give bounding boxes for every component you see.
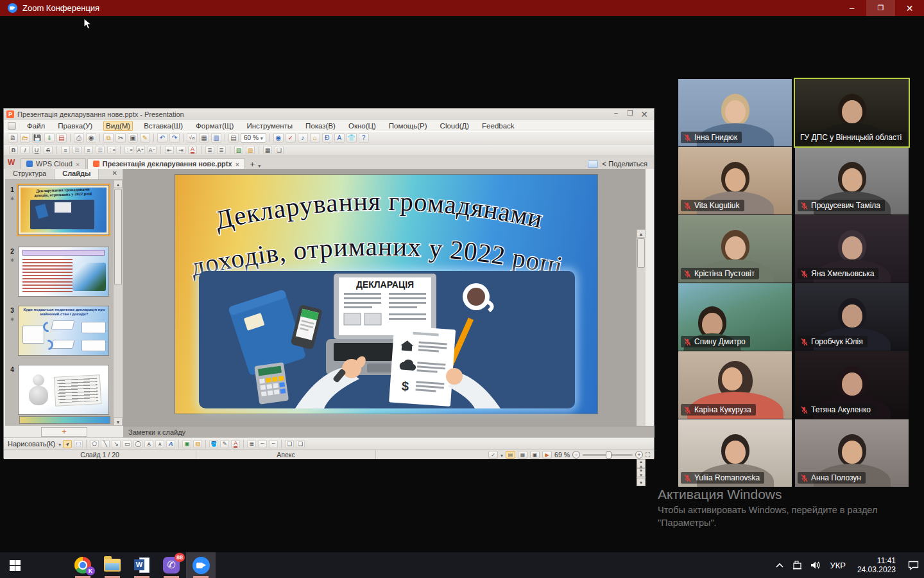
menu-window[interactable]: Окно(Ц): [346, 121, 378, 130]
help-icon[interactable]: [359, 133, 369, 143]
maximize-button[interactable]: [866, 0, 895, 16]
insert-chart-icon[interactable]: ▥: [211, 133, 221, 143]
panel-close-icon[interactable]: [107, 169, 123, 179]
menu-slideshow[interactable]: Показ(В): [304, 121, 338, 130]
minimize-button[interactable]: [837, 0, 866, 16]
rectangle-icon[interactable]: [123, 440, 132, 448]
slide-thumbnail-2[interactable]: 2: [6, 247, 109, 297]
format-painter-icon[interactable]: [140, 133, 150, 143]
tab-list-caret-icon[interactable]: [258, 161, 261, 169]
status-caret-icon[interactable]: [501, 451, 503, 459]
insert-picture-icon[interactable]: ▣: [182, 440, 191, 448]
zoom-level-select[interactable]: 60 %: [241, 133, 266, 143]
reading-view-icon[interactable]: ▣: [530, 451, 540, 459]
settings-icon[interactable]: [275, 146, 284, 154]
line-width-icon[interactable]: [247, 440, 256, 448]
document-icon[interactable]: [8, 122, 16, 130]
indent-decrease-icon[interactable]: [165, 146, 174, 154]
shop-cart-icon[interactable]: ⌂: [310, 133, 320, 143]
italic-icon[interactable]: [21, 146, 30, 154]
menu-feedback[interactable]: Feedback: [480, 121, 517, 130]
menu-cloud[interactable]: Cloud(Д): [438, 121, 472, 130]
cut-icon[interactable]: [116, 133, 126, 143]
tab-outline[interactable]: Структура: [5, 169, 55, 179]
taskbar-word[interactable]: [127, 552, 157, 578]
3d-style-icon[interactable]: [296, 440, 305, 448]
tray-expand-icon[interactable]: [771, 552, 789, 578]
zoom-slider-knob[interactable]: [606, 451, 612, 459]
share-button[interactable]: Поделиться: [608, 160, 647, 168]
indent-increase-icon[interactable]: [176, 146, 185, 154]
action-center-icon[interactable]: [902, 552, 924, 578]
participant-tile[interactable]: Продусевич Таміла: [795, 147, 909, 215]
participant-tile[interactable]: Інна Гнидюк: [678, 79, 792, 146]
find-icon[interactable]: [273, 133, 284, 143]
menu-help[interactable]: Помощь(P): [387, 121, 429, 130]
line-color-icon[interactable]: [220, 440, 229, 448]
numbering-icon[interactable]: [107, 146, 116, 154]
panel-scrollbar[interactable]: ▲ ▼: [114, 180, 123, 426]
presentation-titlebar[interactable]: Презентація декларування нове.pptx - Pre…: [4, 109, 654, 120]
spell-check-icon[interactable]: [286, 133, 296, 143]
font-enlarge-icon[interactable]: [136, 146, 145, 154]
font-color-icon[interactable]: [188, 146, 197, 154]
add-slide-button[interactable]: [41, 427, 87, 437]
notes-bar[interactable]: Заметки к слайду: [123, 426, 654, 437]
arrow-style-icon[interactable]: [269, 440, 278, 448]
skin-icon[interactable]: 👕: [346, 133, 357, 143]
tab-close-icon[interactable]: [235, 160, 240, 168]
slideshow-play-icon[interactable]: ▶: [542, 451, 552, 459]
scrollbar-thumb[interactable]: [637, 238, 645, 268]
sync-icon[interactable]: Ð: [322, 133, 332, 143]
taskbar-chrome[interactable]: [68, 552, 98, 578]
participant-tile[interactable]: Спину Дмитро: [678, 283, 792, 351]
print-preview-icon[interactable]: [86, 133, 96, 143]
line-spacing-icon[interactable]: [205, 146, 214, 154]
bullets-icon[interactable]: [124, 146, 133, 154]
scrollbar-thumb[interactable]: [114, 189, 122, 285]
slide-thumbnail-3[interactable]: 3 Куди подається податкова декларація пр…: [6, 306, 109, 356]
participant-tile[interactable]: Яна Хмельовська: [795, 215, 909, 283]
taskbar-file-explorer[interactable]: [98, 552, 127, 578]
strikethrough-icon[interactable]: [44, 146, 53, 154]
word-art-icon[interactable]: [166, 440, 175, 448]
slide-thumbnail-4[interactable]: 4: [6, 365, 109, 415]
presenter-view-icon[interactable]: [588, 161, 598, 168]
normal-view-icon[interactable]: ▤: [506, 451, 515, 459]
zoom-out-button[interactable]: −: [572, 451, 580, 459]
paragraph-spacing-icon[interactable]: [217, 146, 226, 154]
zoom-slider[interactable]: [583, 454, 633, 456]
shapes-icon[interactable]: [90, 440, 99, 448]
export-pdf-icon[interactable]: ⇓: [44, 133, 55, 143]
undo-icon[interactable]: [157, 133, 167, 143]
slide-thumbnail-1[interactable]: 1 Декларування громадянами доходів, отри…: [6, 185, 109, 235]
arrow-icon[interactable]: [112, 440, 121, 448]
menu-view[interactable]: Вид(М): [103, 121, 133, 131]
slide-1[interactable]: Декларування громадянами доходів, отрима…: [175, 174, 598, 414]
wps-logo-icon[interactable]: [8, 158, 18, 168]
participant-tile[interactable]: Тетяна Акуленко: [795, 351, 909, 419]
scroll-down-icon[interactable]: ▼: [114, 417, 123, 426]
menu-format[interactable]: Формат(Щ): [194, 121, 235, 130]
select-cursor-icon[interactable]: [63, 440, 72, 448]
dash-style-icon[interactable]: [258, 440, 267, 448]
vertical-text-icon[interactable]: [155, 440, 164, 448]
tab-slides[interactable]: Слайды: [55, 169, 99, 179]
participant-tile[interactable]: Анна Полозун: [795, 419, 909, 487]
menu-edit[interactable]: Правка(У): [56, 121, 94, 130]
participant-tile[interactable]: Крістіна Пустовіт: [678, 215, 792, 283]
line-icon[interactable]: [101, 440, 110, 448]
app-store-icon[interactable]: A: [334, 133, 345, 143]
new-document-icon[interactable]: [8, 133, 18, 143]
participant-tile[interactable]: Yuliia Romanovska: [678, 419, 792, 487]
pres-minimize-button[interactable]: [612, 109, 620, 119]
insert-table-icon[interactable]: [199, 133, 209, 143]
pres-restore-button[interactable]: [626, 109, 635, 119]
align-left-icon[interactable]: [61, 146, 70, 154]
spellcheck-status-icon[interactable]: ✓: [488, 451, 498, 459]
tab-wps-cloud[interactable]: WPS Cloud: [21, 158, 86, 169]
volume-icon[interactable]: [807, 552, 825, 578]
start-button[interactable]: [0, 552, 30, 578]
pres-close-button[interactable]: [640, 109, 649, 119]
fit-slide-icon[interactable]: [646, 451, 650, 459]
